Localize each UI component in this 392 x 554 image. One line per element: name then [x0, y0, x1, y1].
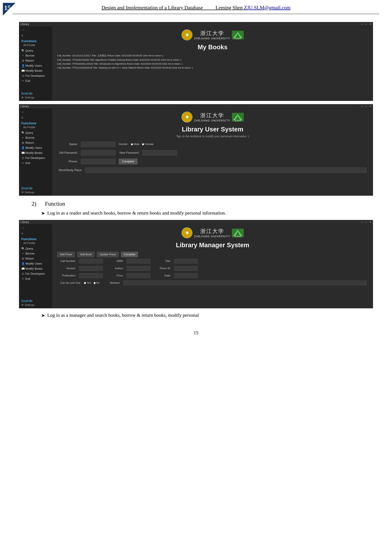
author-input[interactable] — [127, 266, 150, 271]
isbn-input[interactable] — [127, 259, 150, 263]
sidebar-bottom-2: Email Me ⚙ Settings — [19, 185, 52, 196]
old-password-input[interactable] — [81, 150, 116, 155]
phone-input[interactable] — [81, 159, 116, 164]
title-input[interactable] — [174, 259, 198, 263]
sidebar-item-modify-users-1[interactable]: 👤 Modify Users — [19, 63, 52, 68]
male-radio-label[interactable]: Male — [131, 143, 140, 146]
sidebar-item-query-1[interactable]: 🔍 Query — [19, 48, 52, 53]
profile-label-2[interactable]: All Profile — [19, 125, 52, 130]
exit-icon-3: ↩ — [21, 277, 24, 281]
sidebar-item-return-1[interactable]: ⊞ Return — [19, 58, 52, 63]
sidebar-item-return-2[interactable]: ⊞ Return — [19, 140, 52, 145]
update-press-btn[interactable]: Update Press — [97, 252, 119, 257]
phone-row: Phone: Complete — [59, 159, 367, 164]
name-input[interactable] — [81, 142, 116, 147]
book-item-4[interactable]: Call_Number: TP312/43428/2018 Title: Sta… — [57, 66, 368, 70]
yes-radio[interactable] — [84, 282, 86, 284]
yes-radio-label[interactable]: Yes — [84, 281, 91, 284]
developers-label-3: For Developers — [25, 272, 45, 276]
menu-icon-2[interactable]: ≡ — [19, 115, 52, 120]
book-item-3[interactable]: Call_Number: TP3018/260.2/2018 Title: In… — [57, 62, 368, 66]
email-link-2[interactable]: Email Me — [21, 187, 50, 190]
gender-label: Gender: — [119, 143, 128, 146]
uni-logo-left-3: ⚜ — [182, 227, 193, 238]
female-radio[interactable] — [142, 143, 144, 145]
maximize-btn-1[interactable]: □ — [365, 23, 367, 26]
new-password-label: New Password: — [119, 151, 139, 154]
sidebar-item-developers-2[interactable]: ⊡ For Developers — [19, 155, 52, 160]
maximize-btn-2[interactable]: □ — [365, 105, 367, 108]
query-label-2: Query — [25, 131, 33, 135]
query-label-1: Query — [25, 49, 33, 52]
uni-logo-left-1: ⚜ — [182, 29, 193, 41]
female-radio-label[interactable]: Female — [142, 143, 154, 146]
settings-item-3[interactable]: ⚙ Settings — [21, 303, 50, 307]
sidebar-item-exit-1[interactable]: ↩ Exit — [19, 78, 52, 83]
close-btn-3[interactable]: ✕ — [369, 221, 372, 223]
header-email[interactable]: ZJU.SLM@gmail.com — [244, 5, 290, 10]
sidebar-item-query-2[interactable]: 🔍 Query — [19, 130, 52, 135]
sidebar-bottom-3: Email Me ⚙ Settings — [19, 298, 52, 308]
settings-item-2[interactable]: ⚙ Settings — [21, 191, 50, 194]
sidebar-item-borrow-3[interactable]: + Borrow — [19, 251, 52, 256]
minimize-btn-1[interactable]: — — [361, 23, 363, 26]
sidebar-item-modify-books-2[interactable]: 📖 Modify Books — [19, 150, 52, 155]
sidebar-item-borrow-1[interactable]: + Borrow — [19, 53, 52, 58]
uni-name-block-3: 浙江大学 ZHEJIANG UNIVERSITY — [194, 228, 230, 238]
sidebar-item-query-3[interactable]: 🔍 Query — [19, 246, 52, 251]
modify-users-icon-3: 👤 — [21, 262, 24, 265]
minimize-btn-3[interactable]: — — [361, 221, 363, 223]
books-list: Call_Number: GC101/10.2/2017 Title: 人性弱点… — [52, 52, 373, 71]
date-input[interactable] — [174, 273, 198, 278]
settings-item-1[interactable]: ⚙ Settings — [21, 96, 50, 99]
no-radio[interactable] — [94, 282, 96, 284]
maximize-btn-3[interactable]: □ — [365, 221, 367, 223]
sidebar-item-borrow-2[interactable]: + Borrow — [19, 135, 52, 140]
menu-icon-3[interactable]: ≡ — [19, 231, 52, 236]
new-password-input[interactable] — [142, 150, 177, 155]
close-btn-2[interactable]: ✕ — [369, 105, 372, 108]
back-btn-1[interactable]: ← — [19, 26, 52, 33]
sidebar-item-developers-1[interactable]: ⊡ For Developers — [19, 73, 52, 78]
back-btn-3[interactable]: ← — [19, 224, 52, 231]
modify-users-label-3: Modify Users — [25, 262, 42, 265]
sidebar-item-exit-3[interactable]: ↩ Exit — [19, 276, 52, 281]
email-link-3[interactable]: Email Me — [21, 299, 50, 302]
minimize-btn-2[interactable]: — — [361, 105, 363, 108]
menu-icon-1[interactable]: ≡ — [19, 33, 52, 38]
version-input[interactable] — [79, 266, 103, 271]
uni-logo-right-3: 浙江图书馆 — [232, 229, 244, 237]
sidebar-item-modify-users-3[interactable]: 👤 Modify Users — [19, 261, 52, 266]
sidebar-item-modify-books-3[interactable]: 📖 Modify Books — [19, 266, 52, 271]
back-btn-2[interactable]: ← — [19, 108, 52, 115]
publication-input[interactable] — [79, 273, 103, 278]
window-my-books: Library — □ ✕ ← ≡ Functions All Profile … — [19, 22, 373, 101]
word-study-input[interactable] — [85, 167, 367, 173]
sidebar-item-exit-2[interactable]: ↩ Exit — [19, 160, 52, 166]
book-item-1[interactable]: Call_Number: GC101/10.2/2017 Title: 人性弱点… — [57, 54, 368, 58]
male-radio[interactable] — [131, 143, 133, 145]
user-form: Name: Gender: Male Female — [52, 140, 373, 178]
sidebar-item-developers-3[interactable]: ⊡ For Developers — [19, 271, 52, 276]
sidebar-item-modify-books-1[interactable]: 📖 Modify Books — [19, 68, 52, 73]
exit-label-2: Exit — [25, 161, 30, 165]
profile-label-3[interactable]: All Profile — [19, 241, 52, 246]
profile-label-1[interactable]: All Profile — [19, 43, 52, 48]
book-item-2[interactable]: Call_Number: TP3018/153294 Title: Algori… — [57, 58, 368, 62]
call-number-input[interactable] — [79, 259, 103, 263]
email-link-1[interactable]: Email Me — [21, 92, 50, 95]
no-radio-label[interactable]: No — [94, 281, 100, 284]
phone-label: Phone: — [59, 160, 78, 163]
functions-label-1: Functions — [19, 38, 52, 43]
add-press-btn[interactable]: Add Press — [57, 252, 75, 257]
sidebar-item-modify-users-2[interactable]: 👤 Modify Users — [19, 145, 52, 150]
price-input[interactable] — [127, 273, 150, 278]
close-btn-1[interactable]: ✕ — [369, 23, 372, 26]
manager-complete-btn[interactable]: Complete — [121, 252, 138, 257]
add-book-btn[interactable]: Add Book — [77, 252, 94, 257]
modify-books-icon-1: 📖 — [21, 69, 24, 73]
abstract-input[interactable] — [123, 281, 367, 285]
sidebar-item-return-3[interactable]: ⊞ Return — [19, 256, 52, 261]
complete-btn[interactable]: Complete — [119, 159, 138, 164]
press-id-input[interactable] — [174, 266, 198, 271]
